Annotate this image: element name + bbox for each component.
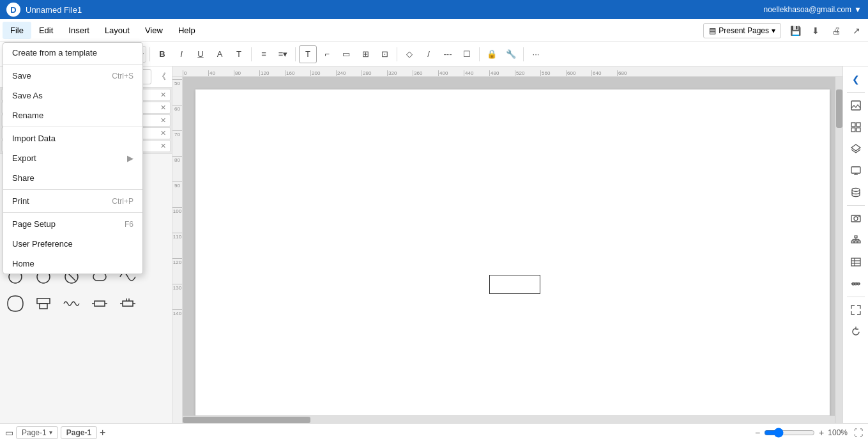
monitor-panel-button[interactable] [846, 160, 866, 181]
data-table-panel-button[interactable] [846, 252, 866, 272]
file-menu-save[interactable]: Save Ctrl+S [3, 66, 142, 86]
grid-panel-button[interactable] [846, 117, 866, 137]
present-pages-button[interactable]: ▤ Present Pages ▾ [703, 23, 781, 38]
bold-button[interactable]: B [153, 45, 171, 63]
checkbox-button[interactable]: ☐ [458, 45, 476, 63]
title-bar-user[interactable]: noellekhasoa@gmail.com ▼ [764, 5, 862, 14]
file-menu-import-data[interactable]: Import Data [3, 128, 142, 148]
canvas-rectangle[interactable] [489, 275, 540, 294]
italic-button[interactable]: I [172, 45, 190, 63]
database-panel-button[interactable] [846, 182, 866, 203]
org-chart-panel-button[interactable] [846, 230, 866, 251]
horizontal-scrollbar[interactable] [183, 415, 835, 423]
download-icon[interactable]: ⬇ [807, 22, 825, 40]
extra-shape-button[interactable]: ⊡ [376, 45, 393, 63]
wrench-button[interactable]: 🔧 [502, 45, 520, 63]
svg-rect-73 [851, 167, 860, 173]
user-preference-label: User Preference [12, 239, 73, 249]
svg-marker-70 [851, 144, 860, 151]
import-data-label: Import Data [12, 134, 56, 143]
align-more-button[interactable]: ≡▾ [274, 45, 292, 63]
print-label: Print [12, 196, 29, 206]
svg-rect-69 [857, 128, 860, 132]
file-menu-rename[interactable]: Rename [3, 105, 142, 125]
close-panel-1-icon[interactable]: ✕ [160, 91, 166, 99]
page-tabs: ▭ Page-1 ▾ Page-1 + [5, 426, 105, 439]
fill-button[interactable]: ◇ [400, 45, 418, 63]
shape-wave-2[interactable] [59, 291, 84, 316]
file-menu-save-as[interactable]: Save As [3, 86, 142, 105]
print-shortcut: Ctrl+P [112, 197, 133, 206]
file-menu-create-template[interactable]: Create from a template [3, 43, 142, 63]
zoom-out-button[interactable]: − [755, 428, 760, 438]
shape-row-6 [3, 291, 169, 316]
menu-layout[interactable]: Layout [97, 22, 137, 39]
file-menu-page-setup[interactable]: Page Setup F6 [3, 214, 142, 234]
line-color-button[interactable]: / [420, 45, 438, 63]
shape-t-shape-1[interactable] [31, 291, 56, 316]
timeline-panel-button[interactable] [846, 274, 866, 294]
share-label: Share [12, 173, 34, 183]
close-panel-5-icon[interactable]: ✕ [160, 142, 166, 150]
file-menu-user-preference[interactable]: User Preference [3, 234, 142, 254]
close-panel-3-icon[interactable]: ✕ [160, 116, 166, 125]
share-icon[interactable]: ↗ [848, 22, 865, 40]
layers-panel-button[interactable] [846, 139, 866, 159]
save-icon[interactable]: 💾 [786, 22, 804, 40]
image-panel-button[interactable] [846, 95, 866, 116]
shape-loop-1[interactable] [3, 291, 28, 316]
lock-button[interactable]: 🔒 [483, 45, 501, 63]
svg-rect-80 [855, 236, 857, 238]
file-menu-sep-3 [3, 212, 142, 213]
shape-resistor-2[interactable] [115, 291, 141, 316]
save-shortcut: Ctrl+S [112, 72, 133, 81]
text-block-button[interactable]: T [299, 45, 317, 63]
menu-file[interactable]: File [3, 22, 31, 39]
menubar-action-icons: 💾 ⬇ 🖨 ↗ [786, 22, 865, 40]
close-panel-4-icon[interactable]: ✕ [160, 129, 166, 137]
menu-help[interactable]: Help [171, 22, 203, 39]
text-style-button[interactable]: T [230, 45, 248, 63]
zoom-slider[interactable] [764, 428, 815, 438]
font-color-button[interactable]: A [211, 45, 229, 63]
expand-panel-button[interactable] [846, 300, 866, 320]
sidebar-collapse-button[interactable]: 《 [154, 69, 169, 84]
page-setup-label: Page Setup [12, 219, 56, 229]
export-arrow: ▶ [127, 153, 133, 163]
add-page-button[interactable]: + [100, 427, 105, 438]
more-button[interactable]: ··· [527, 45, 545, 63]
page-tab-page-1-list[interactable]: Page-1 ▾ [16, 426, 58, 439]
file-menu-sep-0 [3, 64, 142, 65]
vertical-scrollbar[interactable] [835, 77, 842, 423]
menu-view[interactable]: View [137, 22, 171, 39]
table-button[interactable]: ⊞ [356, 45, 374, 63]
zoom-in-button[interactable]: + [819, 428, 824, 438]
vertical-scroll-thumb[interactable] [836, 89, 842, 128]
sidebar-collapse-right-button[interactable]: ❮ [846, 69, 866, 89]
file-menu-share[interactable]: Share [3, 168, 142, 188]
file-menu-export[interactable]: Export ▶ [3, 148, 142, 168]
underline-button[interactable]: U [192, 45, 209, 63]
shape-rect-button[interactable]: ▭ [337, 45, 355, 63]
menu-insert[interactable]: Insert [61, 22, 97, 39]
page-tab-page-1-active[interactable]: Page-1 [61, 426, 97, 439]
svg-rect-88 [851, 258, 860, 266]
photo-panel-button[interactable] [846, 208, 866, 229]
svg-rect-81 [851, 241, 854, 243]
align-left-button[interactable]: ≡ [255, 45, 273, 63]
fullscreen-button[interactable]: ⛶ [854, 428, 863, 438]
print-icon[interactable]: 🖨 [827, 22, 845, 40]
close-panel-2-icon[interactable]: ✕ [160, 104, 166, 112]
horizontal-scroll-thumb[interactable] [183, 417, 310, 423]
refresh-panel-button[interactable] [846, 321, 866, 342]
file-menu-home[interactable]: Home [3, 254, 142, 274]
page-indicator: ▭ [5, 428, 13, 438]
file-menu-print[interactable]: Print Ctrl+P [3, 191, 142, 211]
drawing-canvas[interactable] [183, 77, 842, 423]
shape-resistor-1[interactable] [87, 291, 112, 316]
menu-edit[interactable]: Edit [31, 22, 61, 39]
connector-button[interactable]: ⌐ [318, 45, 336, 63]
line-style-button[interactable]: --- [439, 45, 457, 63]
toolbar-sep-5 [397, 47, 397, 61]
canvas-wrapper: 50 60 70 80 90 100 110 120 130 140 [172, 77, 842, 423]
